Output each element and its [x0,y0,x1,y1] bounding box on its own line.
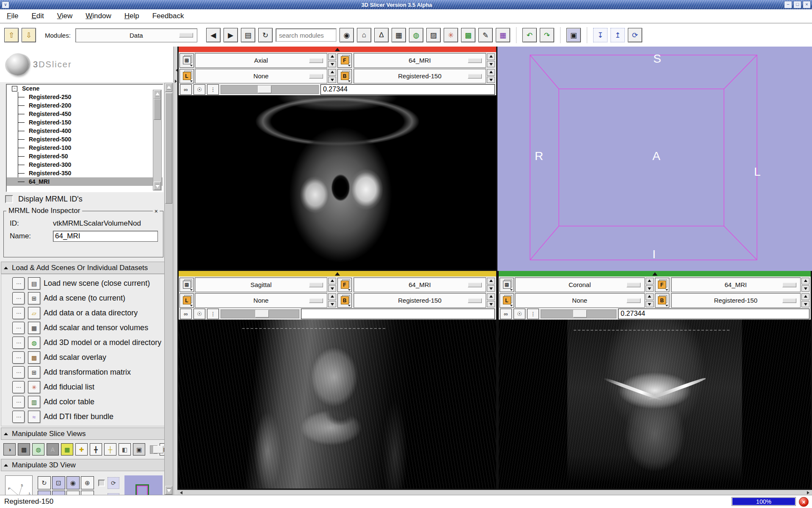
coronal-foreground-icon[interactable]: F [655,278,669,292]
sagittal-slice-slider[interactable] [221,309,299,318]
tree-item[interactable]: Registered-150 [7,118,163,127]
overlay-icon[interactable]: ▩ [28,351,40,364]
search-modules-input[interactable] [276,28,337,42]
minimize-button[interactable]: − [784,1,792,8]
axial-orientation-dropdown[interactable]: Axial [195,53,327,68]
axial-background-dropdown[interactable]: Registered-150 [354,69,486,83]
scroll-up-icon[interactable] [165,83,172,92]
sagittal-pane-header[interactable] [179,271,496,276]
display-mrml-ids-checkbox[interactable] [5,195,13,203]
tooltip-bubble-icon[interactable]: ⋯ [12,337,25,349]
volume-grid-icon[interactable]: ▦ [28,322,40,334]
coronal-foreground-spinner[interactable] [801,278,809,292]
sagittal-offset-field[interactable] [301,309,495,319]
tree-expander-icon[interactable]: − [12,86,17,91]
transforms-module-icon[interactable]: ▨ [426,28,441,42]
undo-icon[interactable]: ↶ [522,28,537,42]
threed-viewport[interactable]: S R A L I [497,47,812,271]
screenshot-icon[interactable]: ◉ [66,476,80,489]
scroll-up-icon[interactable] [154,90,161,99]
coronal-offset-field[interactable] [618,309,809,319]
tree-item[interactable]: Registered-250 [7,93,163,101]
tooltip-bubble-icon[interactable]: ⋯ [12,322,25,334]
slice-fov-icon[interactable]: ◧ [119,443,131,456]
slider-handle[interactable] [258,86,271,93]
module-next-icon[interactable]: ▶ [224,28,238,42]
module-history-icon[interactable]: ▤ [241,28,255,42]
slice-smoothing-icon[interactable]: ◍ [32,443,44,456]
model-sphere-icon[interactable]: ◍ [28,337,40,349]
close-button[interactable]: × [803,1,811,8]
coronal-pane-header[interactable] [499,271,811,276]
load-new-scene-button[interactable]: ⋯ ▤ Load new scene (close current) [1,276,172,291]
color-table-icon[interactable]: ▥ [28,396,40,408]
measurements-module-icon[interactable]: ∆ [374,28,389,42]
menu-file[interactable]: File [7,12,18,20]
load-section-header[interactable]: Load & Add Scenes Or Individual Datasets [1,262,173,274]
axial-offset-field[interactable] [320,84,495,95]
axial-pane-header[interactable] [179,47,496,52]
layout-chooser-icon[interactable]: ▣ [566,28,581,42]
axial-label-spinner[interactable] [328,69,336,83]
axial-link-icon[interactable]: ∞ [180,84,192,95]
tree-scrollbar[interactable] [153,90,162,190]
slice-label-outline-icon[interactable]: ▩ [18,443,30,456]
slider-handle[interactable] [255,310,269,318]
scroll-down-icon[interactable] [154,182,161,190]
coronal-background-spinner[interactable] [801,293,809,307]
sagittal-background-spinner[interactable] [487,293,495,307]
axial-background-icon[interactable]: B [337,69,352,83]
slice-opacity-slider[interactable] [150,445,157,454]
labelmaps-module-icon[interactable]: ▩ [461,28,475,42]
slice-annotations-icon[interactable]: A [47,443,59,456]
tooltip-bubble-icon[interactable]: ⋯ [12,366,25,378]
axial-options-icon[interactable]: ⋮ [207,84,219,95]
window-menu-icon[interactable]: ∨ [2,1,9,8]
tooltip-bubble-icon[interactable]: ⋯ [12,292,25,304]
slice-views-section-header[interactable]: Manipulate Slice Views [1,428,173,440]
axial-orientation-icon[interactable]: ⊞ [180,53,194,68]
coronal-visibility-icon[interactable]: ☉ [514,309,525,319]
module-refresh-icon[interactable]: ↻ [258,28,273,42]
sagittal-label-layer-icon[interactable]: L [180,293,194,308]
tree-item-selected[interactable]: 64_MRI [7,177,163,186]
slice-pan-icon[interactable]: ┼ [104,443,116,456]
tree-item[interactable]: Registered-100 [7,144,163,152]
coronal-orientation-dropdown[interactable]: Coronal [515,277,645,292]
left-panel-scrollbar[interactable] [164,83,173,495]
tree-item-scene[interactable]: − Scene [7,84,163,93]
axial-orientation-spinner[interactable] [328,53,336,67]
add-volumes-button[interactable]: ⋯ ▦ Add scalar and tensor volumes [1,320,172,335]
slice-crosshair-icon[interactable]: ✚ [75,443,88,456]
axial-foreground-dropdown[interactable]: 64_MRI [354,53,486,68]
spin-checkbox[interactable] [98,480,105,486]
axial-foreground-icon[interactable]: F [337,53,352,68]
tree-item[interactable]: Registered-200 [7,101,163,110]
coronal-slice-image[interactable] [499,320,811,489]
sagittal-options-icon[interactable]: ⋮ [207,309,219,319]
view3d-section-header[interactable]: Manipulate 3D View [1,459,173,471]
tooltip-bubble-icon[interactable]: ⋯ [12,351,25,364]
coronal-label-spinner[interactable] [646,293,654,307]
scroll-right-icon[interactable] [807,491,811,494]
save-scene-icon[interactable]: ⇩ [22,28,36,42]
add-color-table-button[interactable]: ⋯ ▥ Add color table [1,395,172,409]
zoom-in-icon[interactable]: ⊕ [81,476,94,489]
axial-slice-image[interactable] [179,95,496,270]
add-transform-button[interactable]: ⋯ ⊞ Add transformation matrix [1,365,172,380]
module-prev-icon[interactable]: ◀ [206,28,221,42]
editor-module-icon[interactable]: ✎ [478,28,493,42]
sagittal-label-dropdown[interactable]: None [195,293,327,308]
sagittal-orientation-icon[interactable]: ⊞ [180,278,194,292]
slice-compositing-icon[interactable]: ▦ [61,443,73,456]
sagittal-orientation-spinner[interactable] [328,278,336,292]
tooltip-bubble-icon[interactable]: ⋯ [12,396,25,408]
add-model-button[interactable]: ⋯ ◍ Add 3D model or a model directory [1,335,172,350]
coronal-options-icon[interactable]: ⋮ [527,309,539,319]
coronal-label-layer-icon[interactable]: L [500,293,514,308]
axial-label-layer-icon[interactable]: L [180,69,194,83]
inspector-close-icon[interactable]: × [153,208,160,215]
new-scene-icon[interactable]: ▤ [28,277,40,290]
sagittal-foreground-icon[interactable]: F [337,278,352,292]
coronal-foreground-dropdown[interactable]: 64_MRI [671,277,801,292]
